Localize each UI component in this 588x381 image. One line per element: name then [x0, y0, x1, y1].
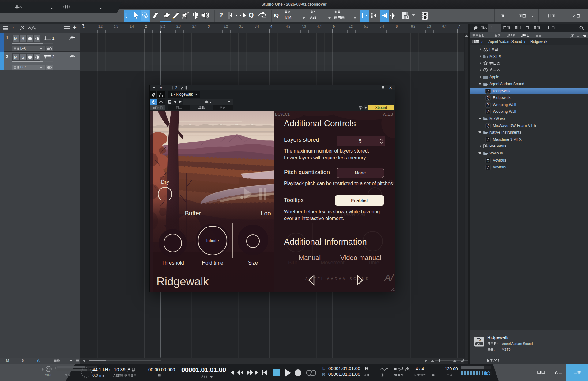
svg-text:4.2: 4.2 [286, 25, 290, 28]
svg-text:1: 1 [83, 25, 85, 28]
svg-text:Buffer: Buffer [185, 210, 201, 217]
svg-text:3.2: 3.2 [224, 25, 228, 28]
svg-text:Dry: Dry [161, 179, 169, 185]
svg-text:1.2: 1.2 [98, 25, 103, 28]
svg-text:Loo: Loo [261, 210, 271, 217]
svg-text:4.4: 4.4 [317, 25, 322, 28]
svg-text:6.3: 6.3 [427, 25, 431, 28]
svg-text:Size: Size [248, 260, 258, 265]
svg-text:6.2: 6.2 [411, 25, 415, 28]
svg-text:Blur: Blur [288, 260, 297, 265]
svg-text:3: 3 [208, 25, 210, 28]
svg-text:2.3: 2.3 [176, 25, 181, 28]
svg-text:2: 2 [145, 25, 147, 28]
svg-text:4: 4 [270, 25, 272, 28]
svg-text:AU: AU [487, 126, 489, 128]
svg-text:4.3: 4.3 [302, 25, 306, 28]
svg-text:FX: FX [477, 337, 482, 342]
svg-text:6.4: 6.4 [442, 25, 447, 28]
svg-text:Hold time: Hold time [202, 260, 223, 265]
svg-text:FX: FX [484, 47, 487, 50]
svg-text:3.4: 3.4 [255, 25, 259, 28]
svg-text:2.2: 2.2 [161, 25, 165, 28]
svg-text:6: 6 [396, 25, 398, 28]
svg-text:1.3: 1.3 [114, 25, 118, 28]
svg-text:7: 7 [458, 25, 460, 28]
svg-text:2.4: 2.4 [192, 25, 197, 28]
svg-text:1.4: 1.4 [130, 25, 134, 28]
svg-text:Infinite: Infinite [206, 238, 219, 243]
svg-text:Threshold: Threshold [161, 260, 184, 265]
svg-text:AU: AU [487, 167, 489, 169]
svg-text:5: 5 [333, 25, 335, 28]
svg-text:AU: AU [487, 98, 489, 100]
svg-text:5.4: 5.4 [380, 25, 384, 28]
svg-text:3.3: 3.3 [239, 25, 243, 28]
svg-text:AU: AU [487, 140, 489, 142]
svg-text:AU: AU [487, 112, 489, 114]
svg-text:5.2: 5.2 [349, 25, 353, 28]
svg-text:5.3: 5.3 [364, 25, 368, 28]
svg-text:Ridgewalk: Ridgewalk [156, 275, 209, 288]
